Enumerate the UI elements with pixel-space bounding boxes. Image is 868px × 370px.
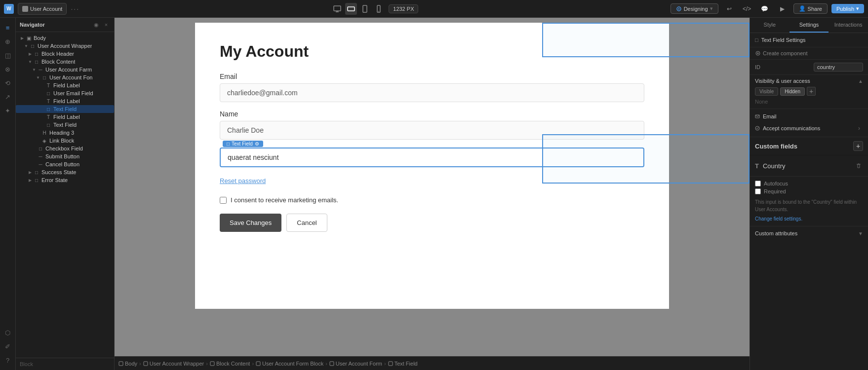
- checkbox-row: I consent to receive marketing emails.: [220, 196, 644, 204]
- breadcrumb-text-field[interactable]: Text Field: [388, 361, 418, 367]
- save-changes-button[interactable]: Save Changes: [220, 214, 281, 232]
- required-row: Required: [755, 188, 863, 194]
- designing-mode-button[interactable]: Designing ▾: [671, 3, 718, 14]
- tab-icon: [22, 6, 28, 12]
- name-input[interactable]: [220, 121, 644, 140]
- more-tabs-icon[interactable]: ···: [71, 5, 79, 13]
- autofocus-row: Autofocus: [755, 181, 863, 186]
- navigator-close-icon[interactable]: ×: [102, 21, 110, 29]
- nav-item-field-label-3[interactable]: ▶ T Field Label: [16, 113, 114, 121]
- id-input[interactable]: [814, 63, 863, 72]
- chevron-down-icon: ▼: [24, 43, 29, 48]
- nav-item-success-state[interactable]: ▶ □ Success State: [16, 168, 114, 176]
- breadcrumb-form[interactable]: User Account Form: [329, 361, 382, 367]
- sidebar-settings-icon[interactable]: ✐: [2, 340, 14, 352]
- comment-icon[interactable]: 💬: [758, 2, 772, 16]
- sidebar-apps-icon[interactable]: ⬡: [2, 327, 14, 338]
- sidebar-ecommerce-icon[interactable]: ↗: [2, 91, 14, 103]
- accept-communications-item[interactable]: Accept communications ›: [750, 122, 868, 135]
- collapse-icon[interactable]: ▲: [858, 78, 863, 84]
- text-field-badge: □ Text Field ⚙: [223, 141, 263, 147]
- chevron-right-icon: ▶: [28, 178, 33, 183]
- cancel-button[interactable]: Cancel: [286, 214, 327, 232]
- desktop-icon[interactable]: [331, 3, 343, 15]
- tablet-portrait-icon[interactable]: [359, 3, 371, 15]
- breadcrumb-body[interactable]: Body: [118, 361, 137, 367]
- nav-item-submit-button[interactable]: ▶ ─ Submit Button: [16, 152, 114, 160]
- breadcrumb-block-content[interactable]: Block Content: [210, 361, 250, 367]
- nav-item-block-content[interactable]: ▼ □ Block Content: [16, 58, 114, 66]
- nav-item-user-account-fon[interactable]: ▼ □ User Account Fon: [16, 74, 114, 81]
- nav-item-checkbox-field[interactable]: ▶ □ Checkbox Field: [16, 145, 114, 152]
- email-item[interactable]: Email: [750, 111, 868, 122]
- marketing-checkbox[interactable]: [220, 197, 227, 204]
- sidebar-components-icon[interactable]: ◫: [2, 49, 14, 61]
- tab-interactions[interactable]: Interactions: [829, 18, 868, 33]
- text-field-highlighted-wrapper: □ Text Field ⚙: [220, 148, 644, 167]
- hidden-button[interactable]: Hidden: [780, 87, 805, 96]
- sidebar-navigator-icon[interactable]: ≡: [2, 22, 14, 34]
- tab-user-account[interactable]: User Account: [18, 3, 67, 15]
- visibility-add-button[interactable]: +: [807, 87, 816, 96]
- svg-rect-9: [119, 362, 123, 366]
- chevron-down-icon: ▼: [36, 75, 40, 80]
- custom-fields-section: Custom fields + T Country: [750, 137, 868, 177]
- sidebar-cms-icon[interactable]: ⟲: [2, 77, 14, 89]
- autofocus-label: Autofocus: [764, 181, 788, 186]
- div-icon: □: [34, 169, 39, 175]
- nav-item-user-account-wrapper[interactable]: ▼ □ User Account Wrapper: [16, 42, 114, 50]
- navigator-eye-icon[interactable]: ◉: [92, 21, 100, 29]
- delete-country-button[interactable]: [854, 161, 863, 170]
- custom-attributes-label: Custom attributes: [755, 230, 797, 236]
- breadcrumb-form-block[interactable]: User Account Form Block: [256, 361, 323, 367]
- visible-button[interactable]: Visible: [755, 87, 778, 96]
- required-checkbox[interactable]: [755, 188, 761, 194]
- create-component-label[interactable]: Create component: [763, 50, 808, 56]
- nav-item-text-field-2[interactable]: ▶ □ Text Field: [16, 121, 114, 129]
- nav-item-user-account-form[interactable]: ▼ ─ User Account Farm: [16, 66, 114, 74]
- email-input[interactable]: [220, 83, 644, 102]
- mobile-icon[interactable]: [373, 3, 385, 15]
- sidebar-help-icon[interactable]: ?: [2, 354, 14, 366]
- nav-item-error-state[interactable]: ▶ □ Error State: [16, 176, 114, 184]
- name-field-group: Name: [220, 110, 644, 140]
- tablet-landscape-icon[interactable]: [345, 3, 357, 15]
- custom-attributes-collapse-icon[interactable]: ▼: [858, 231, 863, 236]
- left-sidebar: ≡ ⊕ ◫ ⊗ ⟲ ↗ ✦ ⬡ ✐ ?: [0, 18, 16, 370]
- nav-item-link-block[interactable]: ▶ ◈ Link Block: [16, 137, 114, 145]
- text-field-input[interactable]: [221, 148, 643, 166]
- tab-settings[interactable]: Settings: [789, 18, 829, 33]
- nav-item-cancel-button[interactable]: ▶ ─ Cancel Button: [16, 160, 114, 168]
- accept-comm-label: Accept communications: [763, 125, 820, 131]
- chevron-right-icon: ▶: [20, 36, 25, 40]
- nav-item-text-field[interactable]: ▶ □ Text Field: [16, 105, 114, 113]
- nav-item-body[interactable]: ▶ ▣ Body: [16, 34, 114, 42]
- publish-button[interactable]: Publish ▾: [831, 4, 864, 13]
- div-icon: □: [34, 177, 39, 183]
- change-field-settings-link[interactable]: Change field settings.: [755, 216, 802, 222]
- code-view-icon[interactable]: </>: [740, 2, 754, 16]
- nav-item-field-label-2[interactable]: ▶ T Field Label: [16, 97, 114, 105]
- nav-item-block-header[interactable]: ▶ □ Block Header: [16, 50, 114, 58]
- reset-password-link[interactable]: Reset password: [220, 177, 644, 190]
- canvas-wrapper: My Account Email Name □ Text Field ⚙: [115, 23, 750, 309]
- name-label: Name: [220, 110, 644, 118]
- chevron-down-icon: ▼: [32, 67, 37, 72]
- undo-icon[interactable]: ↩: [722, 2, 736, 16]
- sidebar-assets-icon[interactable]: ⊗: [2, 63, 14, 75]
- preview-icon[interactable]: ▶: [776, 2, 789, 16]
- sidebar-add-icon[interactable]: ⊕: [2, 36, 14, 47]
- breadcrumb-wrapper[interactable]: User Account Wrapper: [143, 361, 204, 367]
- nav-item-heading-3[interactable]: ▶ H Heading 3: [16, 129, 114, 137]
- accept-comm-chevron[interactable]: ›: [855, 124, 863, 132]
- sidebar-members-icon[interactable]: ✦: [2, 105, 14, 116]
- body-icon: ▣: [26, 35, 32, 41]
- share-button[interactable]: 👤 Share: [793, 3, 828, 14]
- nav-item-user-email-field[interactable]: ▶ □ User Email Field: [16, 89, 114, 97]
- svg-rect-11: [210, 362, 214, 366]
- tab-style[interactable]: Style: [750, 18, 789, 33]
- autofocus-checkbox[interactable]: [755, 181, 761, 186]
- add-custom-field-button[interactable]: +: [853, 141, 863, 151]
- nav-item-field-label-1[interactable]: ▶ T Field Label: [16, 81, 114, 89]
- wrapper-breadcrumb-icon: [143, 361, 148, 366]
